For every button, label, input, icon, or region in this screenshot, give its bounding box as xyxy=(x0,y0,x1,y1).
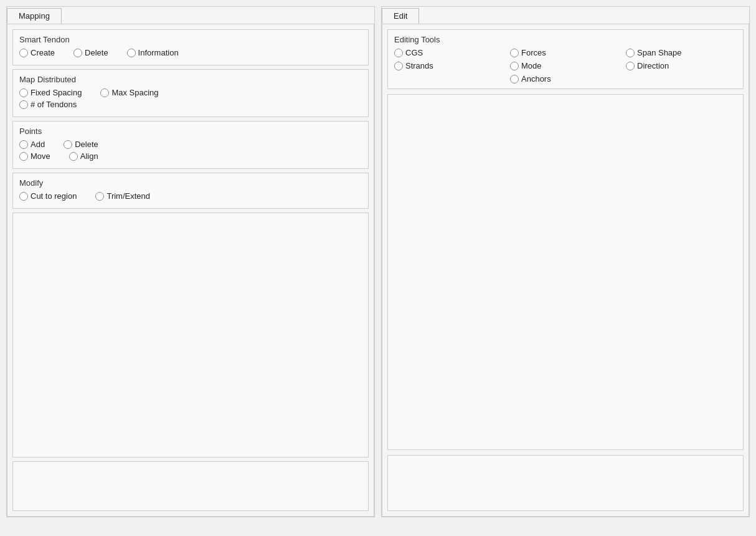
strands-option[interactable]: Strands xyxy=(394,61,505,70)
radio-circle-create xyxy=(19,49,28,57)
points-delete-label: Delete xyxy=(75,140,98,149)
radio-circle-trim-extend xyxy=(95,192,104,201)
editing-tools-col2: Forces Mode Anchors xyxy=(510,48,621,84)
left-panel: Mapping Smart Tendon Create Delete xyxy=(6,6,375,517)
editing-tools-section: Editing Tools CGS Strands xyxy=(387,29,744,89)
points-delete-option[interactable]: Delete xyxy=(64,140,98,149)
cut-to-region-option[interactable]: Cut to region xyxy=(19,191,77,201)
smart-tendon-section: Smart Tendon Create Delete Information xyxy=(12,29,369,65)
forces-label: Forces xyxy=(521,48,546,57)
radio-circle-fixed-spacing xyxy=(19,89,28,97)
radio-circle-num-tendons xyxy=(19,100,28,109)
right-empty-main-box xyxy=(387,94,744,450)
smart-tendon-delete-label: Delete xyxy=(85,48,108,57)
radio-circle-direction xyxy=(626,62,635,70)
modify-row1: Cut to region Trim/Extend xyxy=(19,191,362,201)
tab-mapping[interactable]: Mapping xyxy=(7,8,62,24)
radio-circle-points-delete xyxy=(64,140,72,149)
smart-tendon-information-label: Information xyxy=(138,48,179,57)
radio-circle-max-spacing xyxy=(100,89,109,97)
left-empty-main-box xyxy=(12,213,369,457)
cut-to-region-label: Cut to region xyxy=(31,191,77,201)
radio-circle-strands xyxy=(394,62,403,70)
smart-tendon-create-label: Create xyxy=(31,48,55,57)
points-move-label: Move xyxy=(31,151,50,161)
right-panel: Edit Editing Tools CGS Strands xyxy=(381,6,750,517)
left-empty-bottom-box xyxy=(12,461,369,511)
cgs-label: CGS xyxy=(405,48,423,57)
left-tab-bar: Mapping xyxy=(7,7,374,24)
cgs-option[interactable]: CGS xyxy=(394,48,505,57)
num-tendons-label: # of Tendons xyxy=(31,100,77,109)
right-empty-bottom-box xyxy=(387,455,744,511)
points-row1: Add Delete xyxy=(19,140,362,149)
direction-option[interactable]: Direction xyxy=(626,61,737,70)
trim-extend-option[interactable]: Trim/Extend xyxy=(95,191,150,201)
forces-option[interactable]: Forces xyxy=(510,48,621,57)
editing-tools-grid: CGS Strands Forces xyxy=(394,48,737,84)
radio-circle-delete xyxy=(73,49,82,57)
radio-circle-cgs xyxy=(394,49,403,57)
trim-extend-label: Trim/Extend xyxy=(106,191,150,201)
modify-section: Modify Cut to region Trim/Extend xyxy=(12,173,369,209)
radio-circle-add xyxy=(19,140,28,149)
left-panel-body: Smart Tendon Create Delete Information xyxy=(7,24,374,517)
smart-tendon-title: Smart Tendon xyxy=(19,35,362,44)
editing-tools-col3: Span Shape Direction xyxy=(626,48,737,84)
anchors-label: Anchors xyxy=(521,74,551,84)
points-add-label: Add xyxy=(31,140,45,149)
fixed-spacing-label: Fixed Spacing xyxy=(31,88,82,97)
radio-circle-move xyxy=(19,152,28,161)
points-move-option[interactable]: Move xyxy=(19,151,50,161)
right-panel-body: Editing Tools CGS Strands xyxy=(382,24,749,517)
map-distributed-section: Map Distributed Fixed Spacing Max Spacin… xyxy=(12,69,369,117)
smart-tendon-delete-option[interactable]: Delete xyxy=(73,48,108,57)
radio-circle-cut-region xyxy=(19,192,28,201)
radio-circle-span-shape xyxy=(626,49,635,57)
mode-option[interactable]: Mode xyxy=(510,61,621,70)
smart-tendon-options-row: Create Delete Information xyxy=(19,48,362,57)
editing-tools-col1: CGS Strands xyxy=(394,48,505,84)
points-add-option[interactable]: Add xyxy=(19,140,45,149)
anchors-option[interactable]: Anchors xyxy=(510,74,621,84)
map-distributed-row2: # of Tendons xyxy=(19,100,362,109)
radio-circle-mode xyxy=(510,62,519,70)
smart-tendon-create-option[interactable]: Create xyxy=(19,48,55,57)
fixed-spacing-option[interactable]: Fixed Spacing xyxy=(19,88,82,97)
points-align-label: Align xyxy=(80,151,98,161)
map-distributed-row1: Fixed Spacing Max Spacing xyxy=(19,88,362,97)
radio-circle-forces xyxy=(510,49,519,57)
span-shape-label: Span Shape xyxy=(637,48,682,57)
mode-label: Mode xyxy=(521,61,542,70)
direction-label: Direction xyxy=(637,61,669,70)
right-tab-bar: Edit xyxy=(382,7,749,24)
modify-title: Modify xyxy=(19,178,362,188)
tab-edit[interactable]: Edit xyxy=(382,8,419,24)
span-shape-option[interactable]: Span Shape xyxy=(626,48,737,57)
main-container: Mapping Smart Tendon Create Delete xyxy=(0,0,756,524)
editing-tools-title: Editing Tools xyxy=(394,35,737,44)
max-spacing-label: Max Spacing xyxy=(111,88,158,97)
radio-circle-align xyxy=(69,152,78,161)
num-tendons-option[interactable]: # of Tendons xyxy=(19,100,77,109)
strands-label: Strands xyxy=(405,61,433,70)
map-distributed-title: Map Distributed xyxy=(19,75,362,84)
points-align-option[interactable]: Align xyxy=(69,151,98,161)
points-row2: Move Align xyxy=(19,151,362,161)
radio-circle-anchors xyxy=(510,75,519,84)
smart-tendon-information-option[interactable]: Information xyxy=(127,48,179,57)
points-section: Points Add Delete Move xyxy=(12,121,369,169)
radio-circle-information xyxy=(127,49,136,57)
max-spacing-option[interactable]: Max Spacing xyxy=(100,88,158,97)
points-title: Points xyxy=(19,127,362,136)
